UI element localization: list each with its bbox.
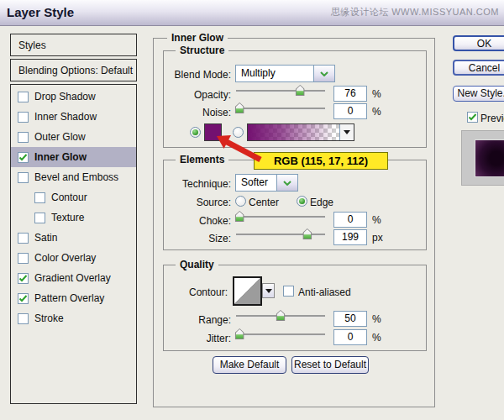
make-default-button[interactable]: Make Default <box>213 356 286 374</box>
style-label: Stroke <box>34 312 64 324</box>
blend-mode-select[interactable]: Multiply <box>235 65 335 82</box>
anti-aliased-checkbox[interactable] <box>283 286 294 297</box>
sidebar-item-gradient-overlay[interactable]: Gradient Overlay <box>11 268 136 288</box>
style-label: Gradient Overlay <box>34 272 111 284</box>
jitter-slider[interactable] <box>236 328 325 340</box>
slider-thumb[interactable] <box>302 228 312 239</box>
new-style-button[interactable]: New Style... <box>453 86 504 102</box>
rgb-tooltip: RGB (115, 17, 112) <box>254 152 388 170</box>
contour-chevron-down-icon[interactable] <box>262 283 275 298</box>
check-icon <box>468 113 477 122</box>
watermark-text: 思缘设计论坛 WWW.MISSYUAN.COM <box>331 0 499 24</box>
range-input[interactable]: 50 <box>333 311 367 327</box>
source-edge-radio[interactable] <box>297 196 307 207</box>
gradient-chevron-down-icon[interactable] <box>339 124 354 140</box>
solid-color-radio[interactable] <box>190 127 201 138</box>
size-input[interactable]: 199 <box>333 229 367 245</box>
reset-to-default-button[interactable]: Reset to Default <box>291 356 369 374</box>
style-label: Contour <box>51 192 87 203</box>
sidebar-item-stroke[interactable]: Stroke <box>11 308 136 328</box>
source-center-label: Center <box>249 197 279 208</box>
style-checkbox[interactable] <box>18 293 29 304</box>
blending-options-row[interactable]: Blending Options: Default <box>10 59 137 81</box>
slider-track <box>236 108 325 110</box>
style-label: Satin <box>34 232 57 244</box>
noise-unit: % <box>372 106 381 118</box>
sidebar-item-outer-glow[interactable]: Outer Glow <box>11 127 136 147</box>
technique-select[interactable]: Softer <box>235 174 298 192</box>
opacity-input[interactable]: 76 <box>333 86 367 102</box>
ok-button[interactable]: OK <box>453 35 504 51</box>
styles-list: Drop ShadowInner ShadowOuter GlowInner G… <box>10 84 137 404</box>
inner-glow-legend: Inner Glow <box>167 32 228 44</box>
noise-input[interactable]: 0 <box>333 103 367 119</box>
opacity-unit: % <box>372 88 381 100</box>
style-label: Texture <box>51 212 84 223</box>
check-icon <box>18 153 28 162</box>
slider-thumb[interactable] <box>296 85 305 96</box>
choke-input[interactable]: 0 <box>333 212 367 228</box>
blend-mode-value: Multiply <box>236 66 313 81</box>
choke-slider[interactable] <box>236 211 325 223</box>
cancel-button[interactable]: Cancel <box>453 60 504 76</box>
slider-thumb[interactable] <box>235 102 244 113</box>
style-checkbox[interactable] <box>18 233 29 244</box>
size-unit: px <box>372 232 383 244</box>
sidebar-item-inner-shadow[interactable]: Inner Shadow <box>11 107 136 127</box>
sidebar-item-inner-glow[interactable]: Inner Glow <box>11 147 136 167</box>
sidebar-item-bevel-and-emboss[interactable]: Bevel and Emboss <box>11 167 136 187</box>
style-label: Inner Shadow <box>34 111 97 123</box>
style-label: Color Overlay <box>34 252 96 264</box>
style-checkbox[interactable] <box>18 112 29 123</box>
slider-thumb[interactable] <box>235 328 244 339</box>
jitter-unit: % <box>372 332 381 344</box>
blending-options-label: Blending Options: Default <box>11 60 136 76</box>
sidebar-item-drop-shadow[interactable]: Drop Shadow <box>11 87 136 107</box>
opacity-slider[interactable] <box>236 85 325 97</box>
contour-label: Contour: <box>151 286 228 298</box>
sidebar-item-texture[interactable]: Texture <box>11 207 136 228</box>
style-checkbox[interactable] <box>18 92 29 102</box>
size-slider[interactable] <box>236 228 325 240</box>
check-icon <box>18 294 28 303</box>
range-slider[interactable] <box>236 310 325 322</box>
range-label: Range: <box>151 314 231 326</box>
style-checkbox[interactable] <box>34 192 45 203</box>
slider-thumb[interactable] <box>235 211 244 222</box>
preview-checkbox[interactable] <box>467 112 478 123</box>
style-checkbox[interactable] <box>18 253 29 264</box>
slider-thumb[interactable] <box>276 310 286 321</box>
style-label: Outer Glow <box>34 131 86 143</box>
slider-track <box>236 333 325 336</box>
choke-label: Choke: <box>151 215 231 227</box>
style-checkbox[interactable] <box>18 313 29 324</box>
style-label: Inner Glow <box>34 151 87 163</box>
sidebar-item-contour[interactable]: Contour <box>11 187 136 207</box>
style-label: Drop Shadow <box>34 91 96 102</box>
opacity-label: Opacity: <box>151 89 231 101</box>
style-checkbox[interactable] <box>18 132 29 143</box>
chevron-down-icon[interactable] <box>313 66 334 81</box>
red-arrow-icon <box>208 131 269 166</box>
styles-panel-header: Styles <box>10 34 137 56</box>
title-bar: Layer Style 思缘设计论坛 WWW.MISSYUAN.COM <box>0 0 504 26</box>
style-checkbox[interactable] <box>18 172 29 183</box>
style-label: Bevel and Emboss <box>34 171 118 183</box>
style-checkbox[interactable] <box>18 152 29 163</box>
sidebar-item-color-overlay[interactable]: Color Overlay <box>11 248 136 268</box>
noise-slider[interactable] <box>236 102 325 114</box>
structure-legend: Structure <box>176 45 228 56</box>
contour-picker[interactable] <box>233 276 262 306</box>
source-center-radio[interactable] <box>235 196 246 207</box>
sidebar-item-satin[interactable]: Satin <box>11 228 136 248</box>
source-label: Source: <box>151 197 231 208</box>
preview-label: Preview <box>480 113 504 124</box>
preview-swatch <box>475 139 504 177</box>
style-checkbox[interactable] <box>18 273 29 284</box>
jitter-input[interactable]: 0 <box>333 329 367 345</box>
window-title: Layer Style <box>7 0 74 24</box>
style-checkbox[interactable] <box>34 213 45 223</box>
chevron-down-icon[interactable] <box>276 175 297 191</box>
sidebar-item-pattern-overlay[interactable]: Pattern Overlay <box>11 288 136 308</box>
range-unit: % <box>372 313 381 325</box>
